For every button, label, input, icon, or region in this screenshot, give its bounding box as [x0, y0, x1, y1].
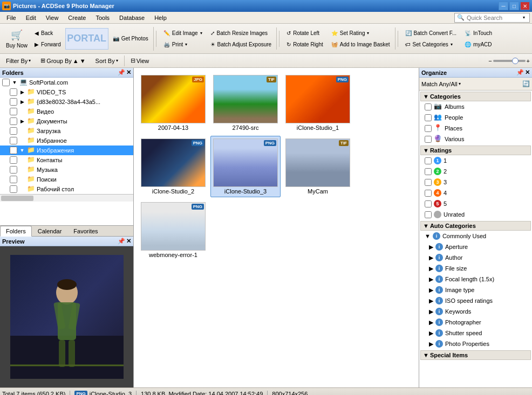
cat-dropdown-icon[interactable]: ▾	[451, 42, 453, 47]
org-sub-aperture[interactable]: ▶ i Aperture	[420, 241, 531, 252]
minimize-button[interactable]: ─	[499, 2, 508, 10]
organize-refresh-button[interactable]: 🔄	[522, 80, 530, 87]
sub-expand-photoproperties[interactable]: ▶	[429, 341, 433, 348]
org-sub-filesize[interactable]: ▶ i File size	[420, 263, 531, 274]
tree-item-favorites[interactable]: 📁 Избранное	[0, 136, 133, 145]
tree-checkbox-hash[interactable]	[10, 98, 17, 106]
tree-checkbox-docs[interactable]	[10, 117, 17, 125]
folders-pin-icon[interactable]: 📌	[118, 69, 125, 76]
organize-pin-icon[interactable]: 📌	[516, 69, 524, 76]
close-button[interactable]: ✕	[520, 2, 530, 10]
sortby-dropdown[interactable]: ▾	[116, 58, 118, 63]
rotateright-button[interactable]: ↻ Rotate Right	[283, 39, 327, 50]
tree-expander-search[interactable]	[18, 176, 26, 183]
maximize-button[interactable]: □	[509, 2, 519, 10]
preview-close-icon[interactable]: ✕	[126, 238, 131, 245]
sortby-button[interactable]: Sort By ▾	[92, 56, 122, 66]
org-item-rating5[interactable]: 5 5	[420, 198, 531, 209]
sub-expand-aperture[interactable]: ▶	[429, 244, 433, 251]
tree-checkbox-desktop[interactable]	[10, 185, 17, 193]
org-item-places[interactable]: 📍 Places	[420, 123, 531, 134]
tree-item-download[interactable]: 📁 Загрузка	[0, 126, 133, 136]
tree-checkbox-music[interactable]	[10, 166, 17, 174]
org-item-rating3[interactable]: 3 3	[420, 177, 531, 188]
addtobasket-button[interactable]: 🧺 Add to Image Basket	[328, 39, 394, 50]
sub-expand-photographer[interactable]: ▶	[429, 319, 433, 326]
scrollbar-thumb[interactable]	[1, 196, 33, 201]
getphotos-button[interactable]: 📷 Get Photos	[109, 33, 152, 44]
org-sub-author[interactable]: ▶ i Author	[420, 252, 531, 263]
tree-checkbox-search[interactable]	[10, 176, 17, 183]
sub-expand-isospeed[interactable]: ▶	[429, 297, 433, 304]
tree-checkbox-videots[interactable]	[10, 88, 17, 96]
tree-checkbox-images[interactable]	[10, 147, 17, 154]
thumb-item-iclone2[interactable]: PNG iClone-Studio_2	[138, 136, 208, 197]
org-sub-isospeed[interactable]: ▶ i ISO speed ratings	[420, 295, 531, 306]
folders-close-icon[interactable]: ✕	[126, 69, 131, 76]
zoom-slider-track[interactable]	[493, 60, 526, 62]
match-dropdown-icon[interactable]: ▾	[459, 81, 461, 86]
zoom-out-icon[interactable]: −	[488, 58, 492, 64]
org-checkbox-places[interactable]	[425, 125, 432, 132]
tree-checkbox-contacts[interactable]	[10, 156, 17, 164]
groupby-up[interactable]: ▲	[73, 58, 79, 64]
sub-expand-imagetype[interactable]: ▶	[429, 287, 433, 294]
filterby-dropdown[interactable]: ▾	[29, 58, 31, 63]
organize-close-icon[interactable]: ✕	[525, 69, 530, 76]
tree-checkbox-video[interactable]	[10, 108, 17, 115]
tree-expander-videots[interactable]: ▶	[18, 88, 26, 96]
back-button[interactable]: ◀ Back	[31, 27, 65, 38]
menu-tools[interactable]: Tools	[91, 12, 114, 23]
setrating-button[interactable]: ⭐ Set Rating ▾	[328, 27, 394, 38]
tree-checkbox-download[interactable]	[10, 127, 17, 135]
sub-expand-keywords[interactable]: ▶	[429, 308, 433, 315]
org-sub-photographer[interactable]: ▶ i Photographer	[420, 317, 531, 328]
thumb-item-iclone1[interactable]: PNG iClone-Studio_1	[283, 72, 353, 134]
preview-pin-icon[interactable]: 📌	[118, 238, 125, 245]
tree-expander-music[interactable]	[18, 166, 26, 174]
sub-expand-author[interactable]: ▶	[429, 254, 433, 261]
categories-header[interactable]: ▼ Categories	[420, 92, 531, 101]
org-sub-keywords[interactable]: ▶ i Keywords	[420, 306, 531, 317]
thumb-item-mycam[interactable]: TIF MyCam	[283, 136, 353, 197]
tree-item-root[interactable]: ▼ 💻 SoftPortal.com	[0, 78, 133, 87]
thumb-item-27490[interactable]: TIF 27490-src	[210, 72, 281, 134]
print-dropdown-icon[interactable]: ▾	[185, 42, 187, 47]
groupbylabel[interactable]: ⊞ Group By ▲ ▼	[37, 56, 89, 66]
tree-expander-favorites[interactable]	[18, 137, 26, 144]
ratings-header[interactable]: ▼ Ratings	[420, 145, 531, 155]
search-input[interactable]	[467, 15, 521, 21]
menu-database[interactable]: Database	[115, 12, 149, 23]
tree-expander-root[interactable]: ▼	[11, 79, 18, 86]
org-checkbox-rating4[interactable]	[425, 190, 432, 197]
filterbylabel[interactable]: Filter By ▾	[2, 56, 35, 66]
org-checkbox-rating2[interactable]	[425, 168, 432, 175]
tab-calendar[interactable]: Calendar	[32, 226, 68, 236]
org-item-commonlyused[interactable]: ▼ i Commonly Used	[420, 231, 531, 241]
tree-item-docs[interactable]: ▶ 📁 Документы	[0, 116, 133, 126]
tree-item-hash[interactable]: ▶ 📁 {d83e8032-38a4-43a5...	[0, 97, 133, 107]
zoom-in-icon[interactable]: +	[527, 58, 530, 64]
buynow-button[interactable]: 🛒 Buy Now	[3, 27, 30, 51]
org-item-rating1[interactable]: 1 1	[420, 155, 531, 166]
search-dropdown-icon[interactable]: ▾	[523, 15, 525, 20]
setcategories-button[interactable]: 🏷 Set Categories ▾	[401, 39, 460, 50]
org-checkbox-various[interactable]	[425, 136, 432, 143]
org-item-albums[interactable]: 📷 Albums	[420, 101, 531, 112]
org-sub-imagetype[interactable]: ▶ i Image type	[420, 285, 531, 295]
tree-checkbox-root[interactable]	[2, 79, 10, 86]
rotateleft-button[interactable]: ↺ Rotate Left	[283, 27, 327, 38]
tree-scrollbar[interactable]	[0, 194, 133, 202]
print-button[interactable]: 🖨️ Print ▾	[160, 39, 206, 50]
tab-favorites[interactable]: Favorites	[67, 226, 104, 236]
org-checkbox-rating1[interactable]	[425, 157, 432, 164]
org-item-rating2[interactable]: 2 2	[420, 166, 531, 177]
org-checkbox-rating3[interactable]	[425, 179, 432, 186]
groupby-down[interactable]: ▼	[80, 58, 86, 64]
org-checkbox-albums[interactable]	[425, 103, 432, 110]
tab-folders[interactable]: Folders	[0, 226, 32, 237]
menu-help[interactable]: Help	[150, 12, 171, 23]
match-control[interactable]: Match Any/All ▾	[421, 81, 461, 87]
tree-item-video[interactable]: 📁 Видео	[0, 107, 133, 116]
thumb-item-iclone3[interactable]: PNG iClone-Studio_3	[210, 136, 281, 197]
